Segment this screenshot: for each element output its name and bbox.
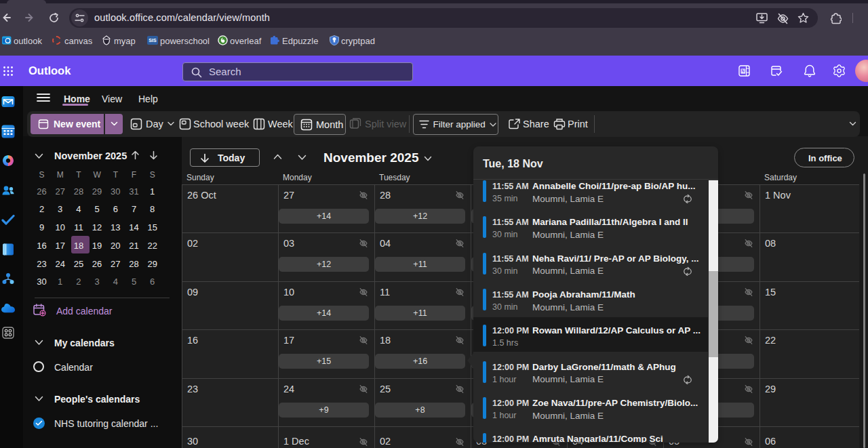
svg-text:N: N <box>741 68 745 73</box>
